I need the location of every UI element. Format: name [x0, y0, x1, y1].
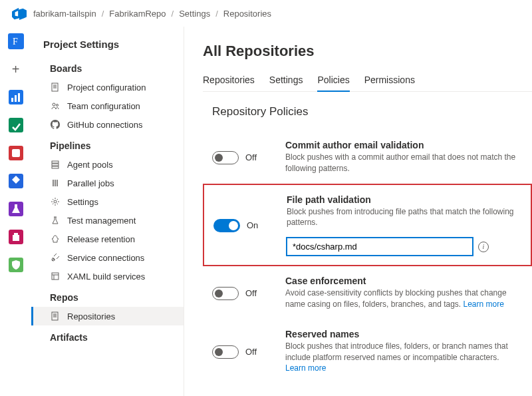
rail-flask-icon[interactable] [8, 201, 24, 217]
sidebar-item-parallel-jobs[interactable]: Parallel jobs [31, 174, 184, 192]
policy-description: Block pushes from introducing file paths… [287, 206, 517, 229]
policy-row: On File path validation Block pushes fro… [203, 184, 532, 267]
sidebar-item-label: Parallel jobs [67, 178, 114, 188]
policy-row: Off Case enforcement Avoid case-sensitiv… [203, 266, 532, 319]
sidebar-item-test-management[interactable]: Test management [31, 211, 184, 230]
sidebar-item-service-connections[interactable]: Service connections [31, 248, 184, 267]
svg-rect-12 [13, 235, 19, 241]
sidebar-item-label: Team configuration [67, 101, 140, 111]
page-title: All Repositories [203, 43, 532, 60]
sidebar-item-team-configuration[interactable]: Team configuration [31, 97, 184, 115]
svg-rect-23 [52, 273, 59, 280]
policy-row: Off Commit author email validation Block… [203, 130, 532, 184]
rail-project-icon[interactable]: F [8, 33, 24, 49]
sidebar-item-repositories[interactable]: Repositories [31, 307, 184, 325]
plug-icon [50, 252, 61, 263]
tab-policies[interactable]: Policies [317, 72, 349, 92]
sidebar-item-label: Repositories [67, 311, 115, 321]
rail-artifacts-icon[interactable] [8, 229, 24, 245]
svg-point-17 [57, 104, 59, 106]
breadcrumb-item[interactable]: FabrikamRepo [109, 9, 166, 19]
sidebar-section-artifacts[interactable]: Artifacts [31, 325, 184, 347]
svg-rect-18 [52, 161, 59, 163]
sidebar-item-project-configuration[interactable]: Project configuration [31, 78, 184, 97]
rail-shield-icon[interactable] [8, 257, 24, 273]
policy-toggle-label: Off [245, 288, 257, 298]
policy-row: Off Reserved names Block pushes that int… [203, 319, 532, 383]
sidebar-heading: Project Settings [31, 35, 184, 57]
policy-description: Block pushes that introduce files, folde… [285, 341, 519, 374]
sidebar-item-label: XAML build services [67, 272, 145, 282]
svg-rect-13 [14, 233, 18, 235]
policy-title: File path validation [287, 194, 517, 205]
svg-rect-8 [12, 149, 20, 157]
sidebar-section-pipelines[interactable]: Pipelines [31, 134, 184, 155]
policy-toggle-label: Off [245, 152, 257, 162]
policy-toggle-label: On [247, 220, 258, 230]
left-rail: F + [0, 27, 31, 396]
tab-repositories[interactable]: Repositories [203, 72, 255, 91]
svg-rect-3 [11, 98, 13, 102]
sidebar-item-label: Settings [67, 197, 98, 207]
main-content: All Repositories RepositoriesSettingsPol… [184, 27, 532, 396]
learn-more-link[interactable]: Learn more [285, 363, 326, 373]
sidebar-item-release-retention[interactable]: Release retention [31, 230, 184, 248]
breadcrumb-item[interactable]: fabrikam-tailspin [33, 9, 96, 19]
svg-rect-19 [52, 164, 59, 166]
policy-description: Block pushes with a commit author email … [285, 152, 519, 174]
team-icon [50, 100, 61, 111]
sidebar-item-agent-pools[interactable]: Agent pools [31, 155, 184, 174]
release-icon [50, 234, 61, 244]
github-icon [50, 119, 61, 130]
page-icon [50, 82, 61, 93]
svg-rect-4 [15, 95, 17, 102]
tab-permissions[interactable]: Permissions [364, 72, 415, 91]
policy-toggle[interactable] [212, 287, 239, 300]
tab-settings[interactable]: Settings [269, 72, 303, 91]
policy-toggle[interactable] [213, 219, 240, 232]
sidebar-item-label: Service connections [67, 253, 144, 263]
policy-title: Commit author email validation [285, 140, 519, 150]
sidebar-item-label: GitHub connections [67, 120, 142, 130]
policy-description: Avoid case-sensitivity conflicts by bloc… [285, 288, 519, 310]
tab-bar: RepositoriesSettingsPoliciesPermissions [203, 72, 532, 92]
rail-repos-icon[interactable] [8, 117, 24, 133]
sidebar-item-label: Project configuration [67, 83, 146, 93]
page-icon [50, 311, 61, 321]
sidebar-section-boards[interactable]: Boards [31, 57, 184, 78]
sidebar-item-github-connections[interactable]: GitHub connections [31, 115, 184, 134]
sidebar: Project Settings BoardsProject configura… [31, 27, 184, 396]
learn-more-link[interactable]: Learn more [464, 299, 504, 309]
svg-rect-20 [52, 166, 59, 168]
azure-devops-logo[interactable] [12, 6, 27, 21]
pool-icon [50, 159, 61, 170]
policy-toggle-label: Off [245, 347, 257, 357]
flask-icon [50, 215, 61, 226]
sidebar-section-repos[interactable]: Repos [31, 286, 184, 307]
xaml-icon [50, 271, 61, 282]
policy-toggle[interactable] [212, 151, 239, 164]
sidebar-item-xaml-build-services[interactable]: XAML build services [31, 267, 184, 286]
svg-point-16 [53, 103, 55, 106]
policy-toggle[interactable] [212, 345, 239, 359]
svg-rect-15 [52, 83, 58, 91]
rail-add-icon[interactable]: + [8, 61, 24, 77]
policy-title: Reserved names [285, 329, 519, 339]
svg-rect-5 [18, 93, 20, 102]
svg-rect-24 [52, 312, 58, 320]
breadcrumb-separator: / [102, 9, 104, 19]
sidebar-item-settings[interactable]: Settings [31, 192, 184, 211]
sidebar-item-label: Release retention [67, 234, 135, 244]
rail-boards-icon[interactable] [8, 89, 24, 105]
gear-icon [50, 196, 61, 207]
rail-testplans-icon[interactable] [8, 173, 24, 189]
policy-title: Case enforcement [285, 276, 519, 286]
panel-heading: Repository Policies [203, 105, 532, 118]
info-icon[interactable]: i [478, 242, 489, 252]
breadcrumb-item-current: Repositories [223, 9, 271, 19]
rail-pipelines-icon[interactable] [8, 145, 24, 161]
breadcrumb-separator: / [215, 9, 218, 19]
file-path-pattern-input[interactable] [287, 238, 473, 256]
top-bar: fabrikam-tailspin / FabrikamRepo / Setti… [0, 0, 532, 27]
breadcrumb-item[interactable]: Settings [179, 9, 210, 19]
